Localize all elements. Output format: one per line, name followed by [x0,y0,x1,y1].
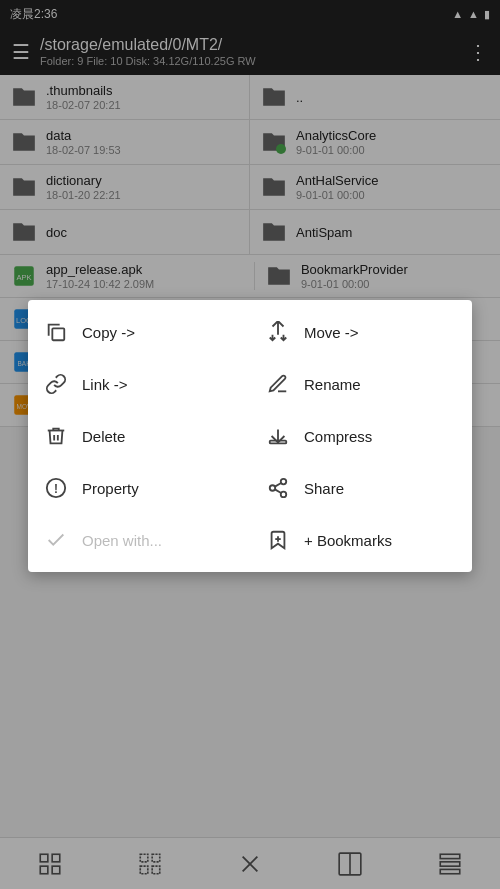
menu-label-compress: Compress [304,428,372,445]
menu-item-bookmarks[interactable]: + Bookmarks [250,514,472,566]
svg-point-13 [270,485,276,491]
menu-label-share: Share [304,480,344,497]
menu-item-link[interactable]: Link -> [28,358,250,410]
menu-label-rename: Rename [304,376,361,393]
menu-item-delete[interactable]: Delete [28,410,250,462]
menu-item-copy[interactable]: Copy -> [28,306,250,358]
menu-item-compress[interactable]: Compress [250,410,472,462]
move-icon [266,320,290,344]
menu-grid: Copy -> Move -> Link -> [28,306,472,566]
link-icon [44,372,68,396]
openwith-icon [44,528,68,552]
share-icon [266,476,290,500]
menu-label-delete: Delete [82,428,125,445]
menu-label-link: Link -> [82,376,127,393]
menu-label-move: Move -> [304,324,359,341]
bookmarks-icon [266,528,290,552]
menu-label-property: Property [82,480,139,497]
svg-text:!: ! [54,482,58,496]
compress-icon [266,424,290,448]
copy-icon [44,320,68,344]
menu-label-copy: Copy -> [82,324,135,341]
svg-point-12 [281,479,287,485]
svg-rect-8 [52,328,64,340]
menu-item-move[interactable]: Move -> [250,306,472,358]
menu-label-openwith: Open with... [82,532,162,549]
svg-point-14 [281,492,287,498]
menu-item-property[interactable]: ! Property [28,462,250,514]
rename-icon [266,372,290,396]
svg-line-15 [275,489,281,493]
menu-item-rename[interactable]: Rename [250,358,472,410]
property-icon: ! [44,476,68,500]
context-menu: Copy -> Move -> Link -> [28,300,472,572]
svg-line-16 [275,483,281,487]
menu-label-bookmarks: + Bookmarks [304,532,392,549]
menu-item-openwith: Open with... [28,514,250,566]
menu-item-share[interactable]: Share [250,462,472,514]
delete-icon [44,424,68,448]
